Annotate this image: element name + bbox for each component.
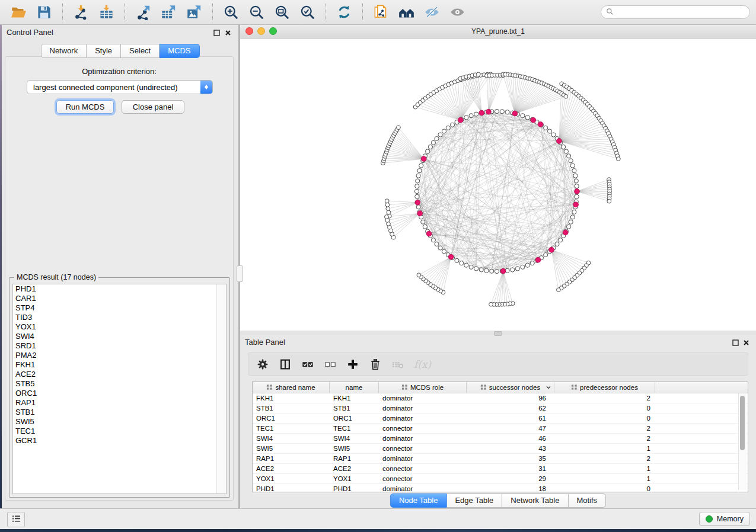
table-cell[interactable]: YOX1 xyxy=(330,474,379,483)
mcds-result-item[interactable]: TEC1 xyxy=(13,427,226,436)
graph-node[interactable] xyxy=(474,267,479,271)
graph-hub-node[interactable] xyxy=(557,139,562,144)
graph-node[interactable] xyxy=(500,110,504,114)
graph-node[interactable] xyxy=(474,112,479,116)
graph-node[interactable] xyxy=(521,265,525,269)
table-cell[interactable]: 47 xyxy=(467,424,554,433)
table-cell[interactable]: ORC1 xyxy=(330,414,379,423)
show-all-icon[interactable] xyxy=(449,4,466,21)
table-scrollbar-thumb[interactable] xyxy=(740,396,745,450)
table-cell[interactable]: ACE2 xyxy=(253,464,330,473)
add-column-icon[interactable] xyxy=(346,358,359,371)
table-row[interactable]: SWI5SWI5connector431 xyxy=(253,444,748,454)
table-cell[interactable]: 2 xyxy=(554,454,655,463)
tab-select[interactable]: Select xyxy=(121,44,160,58)
graph-node[interactable] xyxy=(575,184,579,188)
float-panel-icon[interactable] xyxy=(213,29,221,37)
sort-desc-icon[interactable] xyxy=(546,384,551,392)
table-cell[interactable]: SWI4 xyxy=(330,434,379,443)
close-panel-icon[interactable] xyxy=(742,339,750,347)
graph-node[interactable] xyxy=(551,133,556,137)
graph-leaf-node[interactable] xyxy=(387,210,391,214)
close-panel-icon[interactable] xyxy=(224,29,232,37)
table-cell[interactable]: 0 xyxy=(554,414,655,423)
network-graph[interactable] xyxy=(240,39,756,331)
table-cell[interactable]: 43 xyxy=(467,444,554,453)
tab-edge-table[interactable]: Edge Table xyxy=(446,493,502,508)
graph-node[interactable] xyxy=(469,114,473,118)
graph-node[interactable] xyxy=(438,246,442,250)
table-cell[interactable]: ORC1 xyxy=(253,414,330,423)
graph-node[interactable] xyxy=(415,184,419,188)
table-row[interactable]: ORC1ORC1dominator610 xyxy=(253,414,748,424)
table-row[interactable]: FKH1FKH1dominator962 xyxy=(253,393,748,403)
result-list-scrollbar[interactable] xyxy=(216,284,226,493)
graph-hub-node[interactable] xyxy=(563,230,568,235)
graph-node[interactable] xyxy=(421,220,425,224)
table-cell[interactable]: dominator xyxy=(379,403,467,413)
mcds-result-item[interactable]: PMA2 xyxy=(13,351,226,360)
zoom-in-icon[interactable] xyxy=(222,4,240,21)
table-cell[interactable]: connector xyxy=(379,464,467,473)
graph-hub-node[interactable] xyxy=(549,247,554,252)
graph-hub-node[interactable] xyxy=(458,117,463,123)
first-neighbors-icon[interactable] xyxy=(398,4,415,21)
close-panel-button[interactable]: Close panel xyxy=(122,100,184,114)
graph-node[interactable] xyxy=(547,129,551,133)
graph-hub-node[interactable] xyxy=(573,202,579,207)
graph-leaf-node[interactable] xyxy=(489,302,493,306)
table-cell[interactable]: 0 xyxy=(554,403,655,413)
hide-selected-icon[interactable] xyxy=(423,4,441,21)
table-cell[interactable]: 2 xyxy=(554,393,655,403)
mcds-result-item[interactable]: STB5 xyxy=(13,379,226,389)
graph-node[interactable] xyxy=(544,253,548,257)
table-cell[interactable]: TEC1 xyxy=(330,424,379,433)
graph-node[interactable] xyxy=(423,225,427,229)
mcds-result-item[interactable]: YOX1 xyxy=(13,322,226,332)
graph-node[interactable] xyxy=(505,110,509,114)
graph-hub-node[interactable] xyxy=(512,111,518,116)
graph-node[interactable] xyxy=(464,263,468,267)
open-folder-icon[interactable] xyxy=(10,4,27,21)
graph-hub-node[interactable] xyxy=(421,156,426,162)
graph-leaf-node[interactable] xyxy=(557,288,561,292)
table-cell[interactable]: FKH1 xyxy=(253,393,330,403)
mcds-result-item[interactable]: STB1 xyxy=(13,408,226,417)
graph-node[interactable] xyxy=(416,174,420,178)
graph-node[interactable] xyxy=(567,154,571,158)
graph-node[interactable] xyxy=(495,269,499,273)
graph-hub-node[interactable] xyxy=(531,117,536,123)
table-cell[interactable]: connector xyxy=(379,474,467,483)
column-view-icon[interactable] xyxy=(279,358,292,371)
graph-node[interactable] xyxy=(414,189,419,193)
zoom-out-icon[interactable] xyxy=(248,4,265,21)
mcds-result-item[interactable]: PHD1 xyxy=(13,284,226,294)
graph-hub-node[interactable] xyxy=(417,211,423,216)
table-cell[interactable]: FKH1 xyxy=(330,393,379,403)
mcds-result-item[interactable]: FKH1 xyxy=(13,360,226,370)
graph-leaf-node[interactable] xyxy=(385,215,389,219)
graph-leaf-node[interactable] xyxy=(386,207,390,211)
table-cell[interactable]: dominator xyxy=(379,454,467,463)
graph-leaf-node[interactable] xyxy=(607,199,611,203)
graph-node[interactable] xyxy=(569,159,573,163)
select-all-icon[interactable] xyxy=(301,358,314,371)
table-cell[interactable]: 0 xyxy=(554,484,655,493)
mcds-result-item[interactable]: ACE2 xyxy=(13,370,226,379)
table-row[interactable]: TEC1TEC1connector472 xyxy=(253,424,748,434)
table-cell[interactable]: 31 xyxy=(467,464,554,473)
graph-node[interactable] xyxy=(525,116,529,120)
column-header-name[interactable]: name xyxy=(330,382,379,393)
graph-node[interactable] xyxy=(525,263,529,267)
graph-node[interactable] xyxy=(416,179,420,183)
horizontal-splitter-handle[interactable] xyxy=(494,331,502,336)
graph-node[interactable] xyxy=(575,194,579,198)
mcds-result-item[interactable]: STP4 xyxy=(13,303,226,313)
graph-node[interactable] xyxy=(567,225,571,229)
table-cell[interactable]: SWI5 xyxy=(253,444,330,453)
graph-node[interactable] xyxy=(572,169,576,173)
graph-node[interactable] xyxy=(564,149,568,153)
mcds-result-item[interactable]: SWI4 xyxy=(13,332,226,341)
graph-hub-node[interactable] xyxy=(415,200,420,205)
graph-node[interactable] xyxy=(562,145,566,149)
